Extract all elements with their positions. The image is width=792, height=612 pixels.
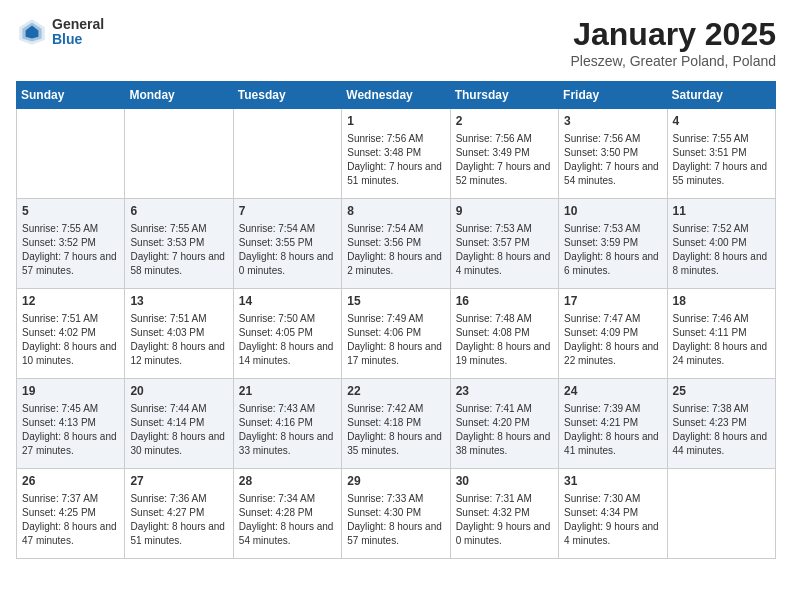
day-daylight: Daylight: 8 hours and 24 minutes. [673,341,768,366]
day-number: 11 [673,203,770,220]
day-sunrise: Sunrise: 7:56 AM [564,133,640,144]
day-daylight: Daylight: 8 hours and 12 minutes. [130,341,225,366]
calendar-week-3: 12 Sunrise: 7:51 AM Sunset: 4:02 PM Dayl… [17,289,776,379]
day-sunset: Sunset: 3:56 PM [347,237,421,248]
day-sunrise: Sunrise: 7:49 AM [347,313,423,324]
day-number: 25 [673,383,770,400]
day-daylight: Daylight: 7 hours and 58 minutes. [130,251,225,276]
day-daylight: Daylight: 7 hours and 55 minutes. [673,161,768,186]
day-number: 4 [673,113,770,130]
calendar-day: 30 Sunrise: 7:31 AM Sunset: 4:32 PM Dayl… [450,469,558,559]
calendar-week-4: 19 Sunrise: 7:45 AM Sunset: 4:13 PM Dayl… [17,379,776,469]
calendar-day: 22 Sunrise: 7:42 AM Sunset: 4:18 PM Dayl… [342,379,450,469]
day-number: 19 [22,383,119,400]
day-number: 26 [22,473,119,490]
day-sunrise: Sunrise: 7:55 AM [673,133,749,144]
day-sunrise: Sunrise: 7:55 AM [22,223,98,234]
day-daylight: Daylight: 9 hours and 4 minutes. [564,521,659,546]
calendar-day: 24 Sunrise: 7:39 AM Sunset: 4:21 PM Dayl… [559,379,667,469]
header-friday: Friday [559,82,667,109]
day-sunset: Sunset: 4:25 PM [22,507,96,518]
day-sunrise: Sunrise: 7:34 AM [239,493,315,504]
day-number: 17 [564,293,661,310]
day-sunset: Sunset: 4:08 PM [456,327,530,338]
logo: General Blue [16,16,104,48]
day-sunset: Sunset: 3:53 PM [130,237,204,248]
day-number: 1 [347,113,444,130]
calendar-title: January 2025 [571,16,776,53]
day-number: 24 [564,383,661,400]
day-daylight: Daylight: 8 hours and 2 minutes. [347,251,442,276]
calendar-day [125,109,233,199]
day-daylight: Daylight: 8 hours and 4 minutes. [456,251,551,276]
day-daylight: Daylight: 8 hours and 14 minutes. [239,341,334,366]
day-daylight: Daylight: 8 hours and 17 minutes. [347,341,442,366]
calendar-day: 28 Sunrise: 7:34 AM Sunset: 4:28 PM Dayl… [233,469,341,559]
day-daylight: Daylight: 9 hours and 0 minutes. [456,521,551,546]
day-sunrise: Sunrise: 7:48 AM [456,313,532,324]
calendar-day: 8 Sunrise: 7:54 AM Sunset: 3:56 PM Dayli… [342,199,450,289]
day-sunset: Sunset: 4:03 PM [130,327,204,338]
logo-blue-text: Blue [52,32,104,47]
day-sunset: Sunset: 3:49 PM [456,147,530,158]
calendar-week-1: 1 Sunrise: 7:56 AM Sunset: 3:48 PM Dayli… [17,109,776,199]
day-sunset: Sunset: 4:16 PM [239,417,313,428]
day-number: 27 [130,473,227,490]
day-number: 16 [456,293,553,310]
day-sunset: Sunset: 4:05 PM [239,327,313,338]
calendar-week-5: 26 Sunrise: 7:37 AM Sunset: 4:25 PM Dayl… [17,469,776,559]
title-block: January 2025 Pleszew, Greater Poland, Po… [571,16,776,69]
day-number: 9 [456,203,553,220]
day-number: 31 [564,473,661,490]
day-sunrise: Sunrise: 7:52 AM [673,223,749,234]
day-daylight: Daylight: 8 hours and 8 minutes. [673,251,768,276]
calendar-day: 26 Sunrise: 7:37 AM Sunset: 4:25 PM Dayl… [17,469,125,559]
day-sunset: Sunset: 4:23 PM [673,417,747,428]
calendar-day [17,109,125,199]
calendar-day: 17 Sunrise: 7:47 AM Sunset: 4:09 PM Dayl… [559,289,667,379]
calendar-day: 15 Sunrise: 7:49 AM Sunset: 4:06 PM Dayl… [342,289,450,379]
day-number: 12 [22,293,119,310]
day-sunset: Sunset: 4:06 PM [347,327,421,338]
logo-text: General Blue [52,17,104,48]
day-daylight: Daylight: 8 hours and 30 minutes. [130,431,225,456]
calendar-day: 1 Sunrise: 7:56 AM Sunset: 3:48 PM Dayli… [342,109,450,199]
day-sunset: Sunset: 4:09 PM [564,327,638,338]
calendar-table: Sunday Monday Tuesday Wednesday Thursday… [16,81,776,559]
page-header: General Blue January 2025 Pleszew, Great… [16,16,776,69]
day-number: 14 [239,293,336,310]
day-number: 18 [673,293,770,310]
calendar-day [667,469,775,559]
day-sunrise: Sunrise: 7:33 AM [347,493,423,504]
day-daylight: Daylight: 8 hours and 27 minutes. [22,431,117,456]
day-number: 21 [239,383,336,400]
day-sunset: Sunset: 4:13 PM [22,417,96,428]
header-wednesday: Wednesday [342,82,450,109]
header-saturday: Saturday [667,82,775,109]
day-sunset: Sunset: 4:20 PM [456,417,530,428]
day-number: 2 [456,113,553,130]
calendar-day: 10 Sunrise: 7:53 AM Sunset: 3:59 PM Dayl… [559,199,667,289]
day-daylight: Daylight: 8 hours and 38 minutes. [456,431,551,456]
day-daylight: Daylight: 8 hours and 47 minutes. [22,521,117,546]
calendar-subtitle: Pleszew, Greater Poland, Poland [571,53,776,69]
day-daylight: Daylight: 8 hours and 22 minutes. [564,341,659,366]
calendar-day: 23 Sunrise: 7:41 AM Sunset: 4:20 PM Dayl… [450,379,558,469]
day-daylight: Daylight: 8 hours and 19 minutes. [456,341,551,366]
calendar-day: 16 Sunrise: 7:48 AM Sunset: 4:08 PM Dayl… [450,289,558,379]
day-daylight: Daylight: 8 hours and 35 minutes. [347,431,442,456]
day-daylight: Daylight: 8 hours and 41 minutes. [564,431,659,456]
day-sunrise: Sunrise: 7:38 AM [673,403,749,414]
calendar-day: 21 Sunrise: 7:43 AM Sunset: 4:16 PM Dayl… [233,379,341,469]
calendar-day: 14 Sunrise: 7:50 AM Sunset: 4:05 PM Dayl… [233,289,341,379]
day-sunset: Sunset: 3:50 PM [564,147,638,158]
logo-icon [16,16,48,48]
day-sunset: Sunset: 3:57 PM [456,237,530,248]
calendar-day: 7 Sunrise: 7:54 AM Sunset: 3:55 PM Dayli… [233,199,341,289]
day-daylight: Daylight: 8 hours and 54 minutes. [239,521,334,546]
day-sunset: Sunset: 3:55 PM [239,237,313,248]
header-row: Sunday Monday Tuesday Wednesday Thursday… [17,82,776,109]
day-sunset: Sunset: 4:11 PM [673,327,747,338]
day-number: 10 [564,203,661,220]
header-thursday: Thursday [450,82,558,109]
